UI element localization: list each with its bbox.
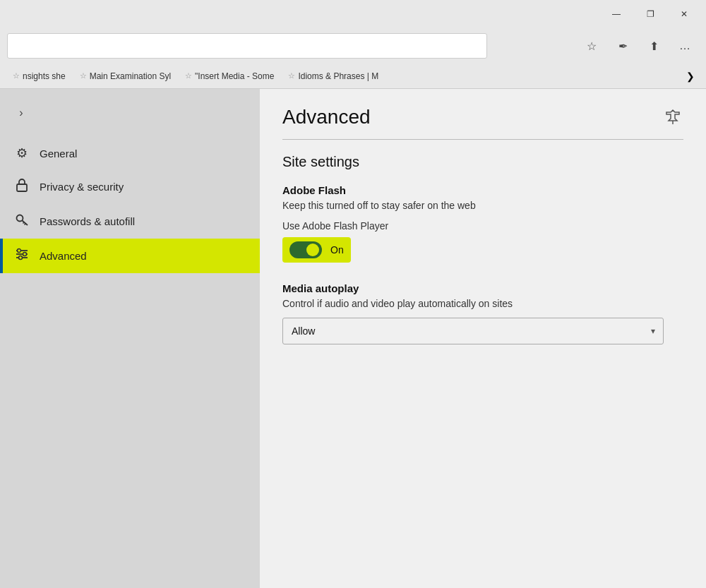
toolbar-icons: ☆ ✒ ⬆ … <box>578 33 699 59</box>
sliders-icon <box>14 247 30 265</box>
sidebar-item-general-label: General <box>40 148 77 160</box>
sidebar-item-privacy-label: Privacy & security <box>40 181 124 193</box>
main-area: › ⚙ General Privacy & security <box>0 89 706 588</box>
title-bar: — ❐ ✕ <box>0 0 706 28</box>
star-icon-4: ☆ <box>288 71 295 80</box>
media-autoplay-name: Media autoplay <box>282 282 683 294</box>
adobe-flash-sub-label: Use Adobe Flash Player <box>282 220 683 232</box>
media-autoplay-select[interactable]: Allow Limit Block <box>282 318 664 344</box>
bookmark-item-2[interactable]: ☆ Main Examination Syl <box>74 68 176 84</box>
restore-button[interactable]: ❐ <box>634 3 666 25</box>
sidebar: › ⚙ General Privacy & security <box>0 89 260 588</box>
bookmark-label-2: Main Examination Syl <box>90 71 171 81</box>
adobe-flash-description: Keep this turned off to stay safer on th… <box>282 199 683 213</box>
bookmarks-bar: ☆ nsights she ☆ Main Examination Syl ☆ "… <box>0 64 706 89</box>
favorites-button[interactable]: ☆ <box>578 33 606 59</box>
adobe-flash-block: Adobe Flash Keep this turned off to stay… <box>282 184 683 263</box>
adobe-flash-name: Adobe Flash <box>282 184 683 196</box>
sidebar-item-privacy[interactable]: Privacy & security <box>0 169 260 204</box>
media-autoplay-description: Control if audio and video play automati… <box>282 297 683 311</box>
star-icon-2: ☆ <box>80 71 87 80</box>
svg-rect-0 <box>17 184 27 191</box>
star-icon-1: ☆ <box>13 71 20 80</box>
page-title: Advanced <box>282 106 371 128</box>
bookmark-label-3: "Insert Media - Some <box>195 71 274 81</box>
toggle-thumb <box>306 244 319 256</box>
divider <box>282 139 683 140</box>
content-header: Advanced <box>282 106 683 131</box>
address-bar[interactable] <box>7 33 487 59</box>
lock-icon <box>14 178 30 196</box>
content-panel: Advanced Site settings Adobe Flash Keep … <box>260 89 706 588</box>
media-autoplay-block: Media autoplay Control if audio and vide… <box>282 282 683 345</box>
chevron-right-icon: › <box>19 107 23 119</box>
section-title: Site settings <box>282 154 683 170</box>
address-bar-row: ☆ ✒ ⬆ … <box>0 28 706 64</box>
media-autoplay-select-wrapper: Allow Limit Block ▾ <box>282 318 664 344</box>
gear-icon: ⚙ <box>14 145 30 161</box>
toggle-state-label: On <box>330 244 344 256</box>
sidebar-item-general[interactable]: ⚙ General <box>0 137 260 169</box>
key-icon <box>14 212 30 230</box>
sidebar-item-passwords-label: Passwords & autofill <box>40 215 135 227</box>
svg-point-5 <box>23 253 27 256</box>
share-button[interactable]: ⬆ <box>640 33 668 59</box>
pin-button[interactable] <box>662 106 683 131</box>
sidebar-item-advanced-label: Advanced <box>40 250 87 262</box>
adobe-flash-toggle-row: On <box>282 237 351 263</box>
window-controls: — ❐ ✕ <box>600 3 700 25</box>
adobe-flash-toggle[interactable] <box>289 241 322 258</box>
bookmark-label-1: nsights she <box>23 71 66 81</box>
bookmark-item-4[interactable]: ☆ Idioms & Phrases | M <box>282 68 384 84</box>
sidebar-collapse-button[interactable]: › <box>8 100 34 126</box>
bookmark-item-3[interactable]: ☆ "Insert Media - Some <box>179 68 280 84</box>
bookmark-label-4: Idioms & Phrases | M <box>298 71 378 81</box>
close-button[interactable]: ✕ <box>668 3 700 25</box>
read-button[interactable]: ✒ <box>609 33 637 59</box>
bookmark-item-1[interactable]: ☆ nsights she <box>7 68 71 84</box>
svg-point-7 <box>19 256 23 260</box>
sidebar-item-advanced[interactable]: Advanced <box>0 239 260 273</box>
bookmarks-more-button[interactable]: ❯ <box>682 68 699 85</box>
sidebar-item-passwords[interactable]: Passwords & autofill <box>0 204 260 239</box>
minimize-button[interactable]: — <box>600 3 633 25</box>
svg-point-3 <box>18 249 21 253</box>
svg-point-1 <box>17 215 23 222</box>
more-button[interactable]: … <box>671 33 699 59</box>
star-icon-3: ☆ <box>185 71 192 80</box>
